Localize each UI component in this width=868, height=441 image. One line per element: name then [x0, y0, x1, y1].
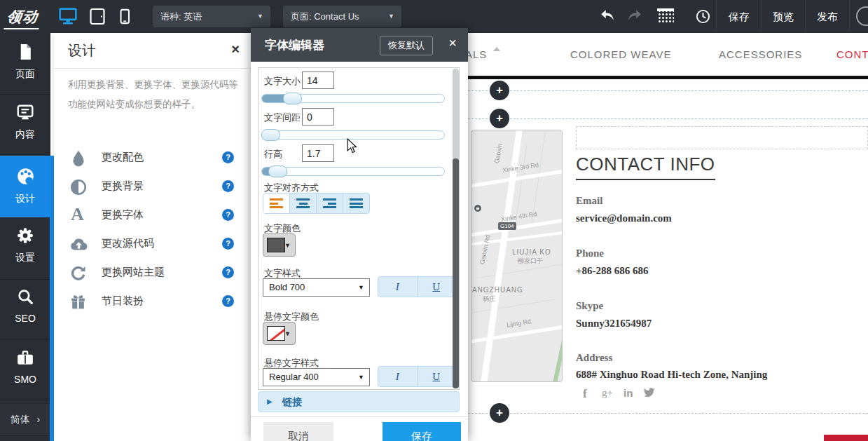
divider: [54, 68, 252, 69]
linkedin-icon[interactable]: in: [624, 387, 633, 399]
text-style-select[interactable]: Bold 700 ▼: [263, 278, 370, 297]
letter-spacing-input[interactable]: [302, 108, 334, 125]
help-icon[interactable]: ?: [222, 266, 234, 278]
close-icon[interactable]: ×: [231, 41, 240, 57]
page-dropdown[interactable]: 页面: Contact Us ▼: [283, 6, 401, 27]
history-icon[interactable]: [695, 8, 711, 27]
align-left-icon[interactable]: [263, 194, 290, 213]
sidebar-item-smo[interactable]: SMO: [0, 348, 50, 385]
nav-item-accessories[interactable]: ACCESSORIES: [719, 48, 802, 60]
menu-item-change-font[interactable]: A 更换字体 ?: [54, 201, 252, 230]
map-transit-icon[interactable]: [474, 204, 482, 212]
tablet-view-icon[interactable]: [89, 8, 107, 25]
italic-button[interactable]: I: [378, 367, 418, 386]
nav-item-colored-weave[interactable]: COLORED WEAVE: [570, 48, 671, 60]
save-button[interactable]: 保存: [383, 422, 461, 441]
italic-button[interactable]: I: [378, 277, 418, 297]
palette-icon: [16, 167, 35, 186]
sidebar-item-content[interactable]: 内容: [0, 103, 50, 141]
design-panel: 设计 × 利用更换背景、更换字体、更换源代码等功能使网站变成你想要的样子。 更改…: [54, 33, 252, 441]
language-mode-label: 简体: [11, 414, 30, 425]
nav-item-partial[interactable]: ALS: [465, 48, 487, 60]
slider-handle[interactable]: [268, 165, 287, 177]
editor-screen: ALS COLORED WEAVE ACCESSORIES CONTACT US…: [0, 0, 868, 441]
slider-handle[interactable]: [261, 129, 280, 141]
divider: [251, 416, 468, 417]
align-center-icon[interactable]: [290, 194, 317, 213]
sidebar-item-settings[interactable]: 设置: [0, 226, 50, 264]
footer-red-element: [824, 435, 868, 441]
line-height-slider[interactable]: [261, 167, 445, 176]
desktop-view-icon[interactable]: [59, 8, 77, 25]
add-section-button[interactable]: +: [490, 403, 509, 423]
address-value: 688# Xinghuo Road Hi-tech Zone, Nanjing: [576, 369, 767, 381]
add-section-button[interactable]: +: [490, 81, 509, 100]
hover-style-select[interactable]: Regular 400 ▼: [263, 368, 370, 386]
restore-default-button[interactable]: 恢复默认: [380, 36, 433, 55]
divider: [0, 435, 50, 436]
underline-button[interactable]: U: [418, 367, 456, 386]
help-icon[interactable]: ?: [222, 151, 234, 163]
hover-style-toggle-group: I U: [378, 366, 456, 387]
facebook-icon[interactable]: f: [583, 387, 587, 401]
font-size-slider[interactable]: [261, 94, 445, 103]
google-plus-icon[interactable]: g+: [602, 387, 613, 399]
map-road: [479, 264, 563, 278]
menu-item-change-colors[interactable]: 更改配色 ?: [54, 144, 252, 172]
language-dropdown[interactable]: 语种: 英语 ▼: [153, 6, 270, 27]
slider-handle[interactable]: [283, 93, 302, 104]
sidebar-item-label: SEO: [0, 313, 50, 324]
empty-row-placeholder[interactable]: [576, 126, 868, 149]
nav-scroll-up-icon[interactable]: [493, 47, 500, 51]
sidebar-item-label: 内容: [0, 128, 50, 141]
help-circle-icon[interactable]: [856, 6, 868, 26]
link-section-toggle[interactable]: ▶ 链接: [258, 391, 460, 412]
save-button[interactable]: 保存: [718, 0, 760, 33]
sidebar-item-pages[interactable]: 页面: [0, 43, 50, 81]
divider: [0, 94, 50, 95]
align-justify-icon[interactable]: [343, 194, 369, 213]
cancel-button[interactable]: 取消: [263, 422, 333, 441]
grid-layout-icon[interactable]: [657, 8, 674, 24]
help-icon[interactable]: ?: [222, 209, 234, 221]
dialog-scrollbar[interactable]: [453, 69, 459, 388]
mobile-view-icon[interactable]: [117, 8, 135, 25]
font-size-label: 文字大小: [264, 75, 301, 88]
editor-sidebar: 页面 内容 设计 设置 SEO SMO 简体 ›: [0, 33, 50, 441]
color-swatch: [267, 238, 285, 252]
redo-icon[interactable]: [626, 8, 642, 27]
add-section-button[interactable]: +: [490, 109, 509, 128]
undo-icon[interactable]: [600, 8, 616, 27]
nav-item-contact-us[interactable]: CONTACT US: [836, 48, 868, 60]
help-icon[interactable]: ?: [222, 295, 234, 307]
line-height-input[interactable]: [302, 144, 334, 162]
hover-color-picker[interactable]: ▼: [263, 322, 296, 345]
preview-button[interactable]: 预览: [762, 0, 804, 33]
chevron-right-icon: ▶: [267, 398, 273, 405]
panel-description: 利用更换背景、更换字体、更换源代码等功能使网站变成你想要的样子。: [68, 75, 243, 114]
location-map[interactable]: Gaoxin Xinke 3rd Rd Xinke 4th Rd G104 Ga…: [471, 130, 563, 382]
sidebar-item-seo[interactable]: SEO: [0, 288, 50, 324]
menu-item-label: 更换网站主题: [102, 266, 165, 279]
twitter-icon[interactable]: [643, 388, 655, 401]
menu-item-holiday-decor[interactable]: 节日装扮 ?: [54, 287, 252, 316]
simplified-chinese-switch[interactable]: 简体 ›: [0, 404, 50, 435]
sidebar-item-design[interactable]: 设计: [0, 156, 50, 217]
help-icon[interactable]: ?: [222, 238, 234, 250]
refresh-icon: [69, 264, 88, 283]
underline-button[interactable]: U: [418, 277, 456, 297]
publish-button[interactable]: 发布: [806, 0, 848, 33]
scrollbar-thumb[interactable]: [453, 158, 459, 388]
font-size-input[interactable]: [302, 72, 334, 89]
menu-item-change-theme[interactable]: 更换网站主题 ?: [54, 259, 252, 287]
menu-item-change-background[interactable]: 更换背景 ?: [54, 172, 252, 201]
close-icon[interactable]: ×: [448, 35, 457, 51]
text-color-picker[interactable]: ▼: [263, 233, 296, 257]
align-right-icon[interactable]: [317, 194, 343, 213]
menu-item-edit-source-code[interactable]: 更改源代码 ?: [54, 230, 252, 259]
chevron-right-icon: ›: [37, 414, 41, 425]
content-icon: [16, 103, 34, 121]
help-icon[interactable]: ?: [222, 180, 234, 192]
cloud-upload-icon: [69, 236, 88, 254]
map-label: Gaoxin Rd: [478, 234, 492, 265]
